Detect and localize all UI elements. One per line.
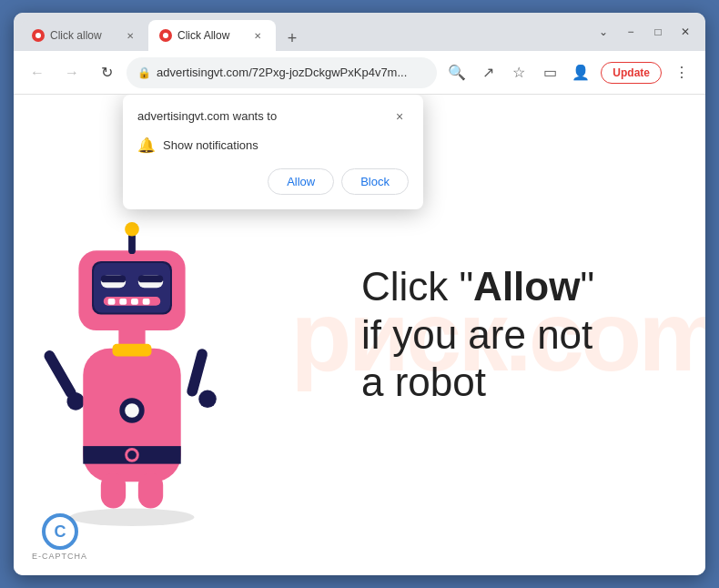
svg-point-0 xyxy=(70,508,195,526)
svg-rect-14 xyxy=(113,344,152,357)
forward-button[interactable]: → xyxy=(57,58,86,87)
svg-rect-23 xyxy=(108,299,116,305)
tab-1[interactable]: Click allow ✕ xyxy=(21,20,148,51)
bookmark-icon[interactable]: ☆ xyxy=(504,58,533,87)
close-button[interactable]: ✕ xyxy=(673,19,698,45)
cta-text-area: Click "Allow" if you are not a robot xyxy=(250,245,705,425)
svg-point-10 xyxy=(127,451,137,460)
update-button[interactable]: Update xyxy=(601,62,662,84)
tab-2-title: Click Allow xyxy=(177,29,245,42)
tab-2[interactable]: Click Allow ✕ xyxy=(148,20,276,51)
notification-label: Show notifications xyxy=(163,138,258,152)
cta-message: Click "Allow" if you are not a robot xyxy=(361,263,594,407)
tabs-area: Click allow ✕ Click Allow ✕ + xyxy=(21,13,583,51)
svg-rect-25 xyxy=(131,299,138,305)
minimize-button[interactable]: − xyxy=(618,19,643,45)
page-content: риск.com advertisingvt.com wants to × 🔔 … xyxy=(14,95,705,575)
more-menu-icon[interactable]: ⋮ xyxy=(667,58,696,87)
svg-point-8 xyxy=(125,403,139,418)
toolbar-icons: 🔍 ↗ ☆ ▭ 👤 xyxy=(442,58,595,87)
profile-icon[interactable]: 👤 xyxy=(566,58,595,87)
svg-rect-26 xyxy=(143,299,150,305)
title-bar: Click allow ✕ Click Allow ✕ + ⌄ − □ ✕ xyxy=(14,13,705,51)
lock-icon: 🔒 xyxy=(137,66,151,79)
svg-rect-3 xyxy=(186,348,208,398)
bell-icon: 🔔 xyxy=(137,137,156,154)
svg-rect-21 xyxy=(138,276,163,283)
popup-actions: Allow Block xyxy=(137,168,409,195)
window-controls: ⌄ − □ ✕ xyxy=(583,19,698,45)
browser-window: Click allow ✕ Click Allow ✕ + ⌄ − □ ✕ ← … xyxy=(14,13,705,575)
svg-rect-1 xyxy=(42,349,77,400)
svg-rect-20 xyxy=(101,276,126,283)
popup-title: advertisingvt.com wants to xyxy=(137,109,277,123)
permission-popup: advertisingvt.com wants to × 🔔 Show noti… xyxy=(123,95,423,209)
tab-1-close[interactable]: ✕ xyxy=(123,28,137,43)
allow-button[interactable]: Allow xyxy=(268,168,334,195)
new-tab-button[interactable]: + xyxy=(279,25,305,51)
tab-2-close[interactable]: ✕ xyxy=(250,28,265,43)
tab-1-title: Click allow xyxy=(50,29,117,42)
maximize-button[interactable]: □ xyxy=(645,19,671,45)
share-icon[interactable]: ↗ xyxy=(473,58,502,87)
chevron-down-icon[interactable]: ⌄ xyxy=(591,19,616,45)
popup-close-button[interactable]: × xyxy=(390,107,409,126)
popup-notification-row: 🔔 Show notifications xyxy=(137,137,409,154)
toolbar: ← → ↻ 🔒 advertisingvt.com/72Pxg-jozDckgw… xyxy=(14,51,705,95)
tab-1-favicon xyxy=(32,29,45,42)
svg-point-28 xyxy=(125,222,139,237)
svg-rect-11 xyxy=(101,472,126,508)
tab-2-favicon xyxy=(159,29,172,42)
svg-rect-24 xyxy=(119,299,127,305)
address-text: advertisingvt.com/72Pxg-jozDckgwPxKp4v7m… xyxy=(157,66,426,79)
reload-button[interactable]: ↻ xyxy=(92,58,121,87)
block-button[interactable]: Block xyxy=(341,168,409,195)
svg-point-4 xyxy=(198,390,217,409)
popup-header: advertisingvt.com wants to × xyxy=(137,109,409,126)
sidebar-icon[interactable]: ▭ xyxy=(535,58,564,87)
back-button[interactable]: ← xyxy=(23,58,52,87)
svg-rect-12 xyxy=(138,472,163,508)
address-bar[interactable]: 🔒 advertisingvt.com/72Pxg-jozDckgwPxKp4v… xyxy=(127,57,437,88)
search-icon[interactable]: 🔍 xyxy=(442,58,471,87)
